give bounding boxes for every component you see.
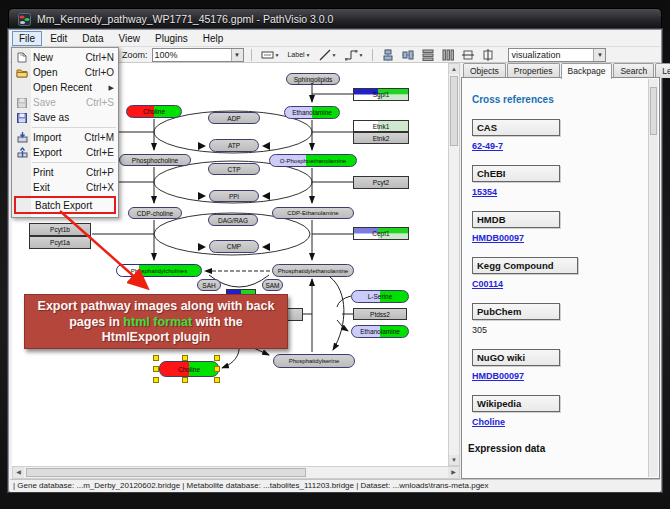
node-phosphatidylcholines[interactable]: Phosphatidylcholines bbox=[116, 264, 202, 277]
scroll-thumb[interactable] bbox=[26, 468, 306, 477]
title-bar[interactable]: Mm_Kennedy_pathway_WP1771_45176.gpml - P… bbox=[8, 8, 662, 29]
tab-properties[interactable]: Properties bbox=[507, 63, 560, 78]
node-adp[interactable]: ADP bbox=[208, 112, 260, 124]
node-pcyt1b[interactable]: Pcyt1b bbox=[29, 223, 91, 236]
menu-item-import[interactable]: ImportCtrl+M bbox=[12, 130, 118, 145]
visualization-combobox[interactable]: visualization ▼ bbox=[508, 48, 606, 62]
sidebar-tabs: Objects Properties Backpage Search Legen… bbox=[463, 63, 670, 78]
menu-item-save-as[interactable]: Save as bbox=[12, 110, 118, 125]
scroll-thumb[interactable] bbox=[450, 76, 458, 146]
menu-item-export[interactable]: ExportCtrl+E bbox=[12, 145, 118, 160]
menu-item-save[interactable]: SaveCtrl+S bbox=[12, 95, 118, 110]
selection-handle[interactable] bbox=[214, 355, 220, 361]
menu-item-batch-export[interactable]: Batch Export bbox=[14, 196, 116, 214]
node-etnk2[interactable]: Etnk2 bbox=[353, 132, 409, 144]
application-window: Mm_Kennedy_pathway_WP1771_45176.gpml - P… bbox=[0, 0, 670, 509]
align-center-x-button[interactable] bbox=[380, 48, 396, 62]
tab-objects[interactable]: Objects bbox=[463, 63, 506, 78]
node-sphingolipids[interactable]: Sphingolipids bbox=[286, 73, 340, 85]
crossref-link[interactable]: Choline bbox=[472, 417, 659, 427]
menu-edit[interactable]: Edit bbox=[43, 31, 74, 46]
selection-handle[interactable] bbox=[214, 377, 220, 383]
crossref-link[interactable]: HMDB00097 bbox=[472, 233, 659, 243]
node-pcyt2[interactable]: Pcyt2 bbox=[353, 176, 409, 189]
selection-handle[interactable] bbox=[153, 366, 159, 372]
menu-data[interactable]: Data bbox=[75, 31, 110, 46]
node-o-phosphoethanolamine[interactable]: O-Phosphoethanolamine bbox=[269, 154, 357, 167]
scroll-left-icon[interactable]: ◀ bbox=[13, 467, 24, 478]
common-height-button[interactable] bbox=[480, 48, 496, 62]
menu-item-open-recent[interactable]: Open Recent▶ bbox=[12, 80, 118, 95]
selection-handle[interactable] bbox=[182, 355, 188, 361]
label-tool-button[interactable]: Label ▼ bbox=[285, 48, 312, 62]
common-width-button[interactable] bbox=[460, 48, 476, 62]
menu-item-open[interactable]: OpenCtrl+O bbox=[12, 65, 118, 80]
save-as-icon bbox=[14, 112, 30, 123]
node-sah[interactable]: SAH bbox=[197, 279, 221, 291]
menu-item-print[interactable]: PrintCtrl+P bbox=[12, 165, 118, 180]
node-cdp-ethanolamine[interactable]: CDP-Ethanolamine bbox=[272, 207, 354, 219]
datanode-tool-button[interactable]: ▼ bbox=[259, 48, 282, 62]
backpage-panel: Cross references CAS 62-49-7 ChEBI 15354… bbox=[461, 77, 660, 479]
export-icon bbox=[14, 147, 30, 158]
align-center-y-icon bbox=[402, 49, 414, 61]
menu-plugins[interactable]: Plugins bbox=[148, 31, 195, 46]
selection-handle[interactable] bbox=[153, 355, 159, 361]
node-ppi[interactable]: PPi bbox=[209, 190, 259, 202]
menu-bar: File Edit Data View Plugins Help bbox=[10, 31, 660, 47]
node-l-serine[interactable]: L-Serine bbox=[351, 290, 409, 303]
node-phosphatidylethanolamine[interactable]: Phosphatidylethanolamine bbox=[272, 264, 354, 277]
selection-handle[interactable] bbox=[182, 377, 188, 383]
scroll-right-icon[interactable]: ▶ bbox=[448, 467, 459, 478]
node-choline-top[interactable]: Choline bbox=[126, 105, 182, 118]
crossref-link[interactable]: HMDB00097 bbox=[472, 371, 659, 381]
tab-search[interactable]: Search bbox=[613, 63, 654, 78]
zoom-combobox[interactable]: 100% ▼ bbox=[152, 48, 244, 62]
chevron-down-icon[interactable]: ▼ bbox=[231, 49, 243, 61]
menu-item-new[interactable]: NewCtrl+N bbox=[12, 50, 118, 65]
scroll-down-icon[interactable]: ▼ bbox=[449, 455, 459, 465]
node-choline-selected[interactable]: Choline bbox=[159, 361, 219, 377]
line-tool-button[interactable]: ▼ bbox=[317, 48, 339, 62]
app-icon bbox=[18, 13, 31, 26]
menu-item-exit[interactable]: ExitCtrl+X bbox=[12, 180, 118, 195]
menu-help[interactable]: Help bbox=[196, 31, 231, 46]
connector-tool-button[interactable]: ▼ bbox=[343, 48, 366, 62]
node-phosphocholine[interactable]: Phosphocholine bbox=[119, 154, 191, 166]
crossref-link[interactable]: 15354 bbox=[472, 187, 659, 197]
canvas-vscrollbar[interactable]: ▲ ▼ bbox=[448, 63, 460, 466]
node-ethanolamine-top[interactable]: Ethanolamine bbox=[284, 106, 340, 119]
menu-file[interactable]: File bbox=[12, 31, 42, 46]
crossref-link[interactable]: 62-49-7 bbox=[472, 141, 659, 151]
node-cmp[interactable]: CMP bbox=[209, 240, 259, 253]
node-dag[interactable]: DAG/RAG bbox=[208, 214, 258, 226]
crossref-link[interactable]: C00114 bbox=[472, 279, 659, 289]
node-sam[interactable]: SAM bbox=[262, 279, 283, 291]
distribute-horizontal-button[interactable] bbox=[440, 48, 456, 62]
node-pcyt1a[interactable]: Pcyt1a bbox=[29, 236, 91, 249]
sidebar-scrollbar[interactable] bbox=[648, 79, 658, 477]
align-center-y-button[interactable] bbox=[400, 48, 416, 62]
canvas-hscrollbar[interactable]: ◀ ▶ bbox=[12, 466, 460, 479]
node-ethanolamine-mid[interactable]: Ethanolamine bbox=[351, 325, 409, 338]
distribute-vertical-button[interactable] bbox=[420, 48, 436, 62]
tab-legend[interactable]: Legend bbox=[655, 63, 670, 78]
backpage-section-wikipedia: Wikipedia Choline bbox=[472, 395, 659, 427]
selection-handle[interactable] bbox=[214, 366, 220, 372]
scroll-up-icon[interactable]: ▲ bbox=[449, 64, 459, 74]
node-ctp[interactable]: CTP bbox=[208, 163, 260, 175]
menu-separator bbox=[32, 127, 116, 128]
tab-backpage[interactable]: Backpage bbox=[561, 63, 613, 79]
section-header: Wikipedia bbox=[472, 395, 560, 412]
node-ptdss2[interactable]: Ptdss2 bbox=[353, 308, 407, 320]
node-phosphatidylserine[interactable]: Phosphatidylserine bbox=[273, 354, 355, 368]
node-cdp-choline[interactable]: CDP-choline bbox=[128, 207, 182, 219]
node-sgpl1[interactable]: Sgpl1 bbox=[353, 88, 409, 101]
node-cept1[interactable]: Cept1 bbox=[353, 227, 409, 240]
scroll-thumb[interactable] bbox=[650, 87, 657, 135]
selection-handle[interactable] bbox=[153, 377, 159, 383]
node-etnk1[interactable]: Etnk1 bbox=[353, 120, 409, 132]
chevron-down-icon[interactable]: ▼ bbox=[593, 49, 605, 61]
menu-view[interactable]: View bbox=[111, 31, 147, 46]
node-atp[interactable]: ATP bbox=[209, 139, 259, 152]
